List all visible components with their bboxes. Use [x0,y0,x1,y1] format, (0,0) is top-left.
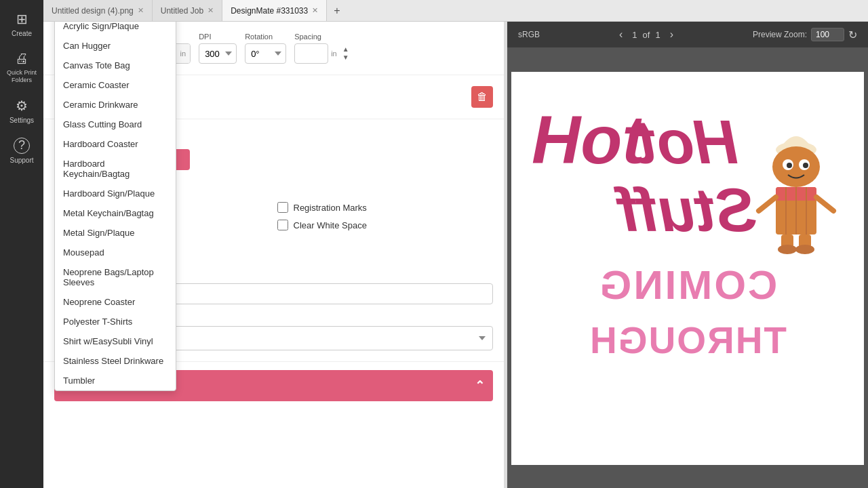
svg-text:Hot: Hot [634,108,738,176]
page-nav: ‹ 1 of 1 › [615,27,677,42]
tab-label: DesignMate #331033 [231,6,308,16]
sidebar-item-label: Settings [9,117,34,124]
tab-designmate[interactable]: DesignMate #331033 ✕ [222,0,327,21]
print-settings-section: Print Settings ! General Job Settings ✓ … [43,119,504,270]
sidebar-item-create[interactable]: ⊞ Create [0,5,43,43]
prev-page-button[interactable]: ‹ [615,27,627,42]
svg-text:COMING: COMING [598,262,778,308]
preset-option-label: Hardboard Coaster [63,139,138,149]
preset-option-polyester[interactable]: Polyester T-Shirts [55,312,176,331]
sidebar-item-support[interactable]: ? Support [0,132,43,169]
preset-option-label: Hardboard Sign/Plaque [63,188,155,199]
rotation-select[interactable]: 0°90°180°270° [245,43,286,64]
preset-option-label: Ceramic Coaster [63,80,130,90]
zoom-label: Preview Zoom: [753,30,807,39]
registration-marks-checkbox[interactable] [277,202,288,213]
rotation-group: Rotation 0°90°180°270° [245,33,286,64]
sidebar-item-settings[interactable]: ⚙ Settings [0,92,43,129]
preset-option-label: Can Hugger [63,41,111,51]
refresh-button[interactable]: ↻ [848,28,857,41]
delete-button[interactable]: 🗑 [471,86,493,108]
preset-option-hardboard-sign[interactable]: Hardboard Sign/Plaque [55,184,176,203]
tab-untitled-job[interactable]: Untitled Job ✕ [153,0,222,21]
tab-close-icon[interactable]: ✕ [208,6,214,15]
sidebar: ⊞ Create 🖨 Quick Print Folders ⚙ Setting… [0,0,43,488]
tab-label: Untitled design (4).png [52,6,134,16]
tab-add-button[interactable]: + [327,5,347,17]
preset-option-label: Acrylic Sign/Plaque [63,22,139,31]
sidebar-item-label: Create [12,30,32,37]
tab-untitled-design[interactable]: Untitled design (4).png ✕ [43,0,153,21]
rotation-label: Rotation [245,33,286,41]
dpi-label: DPI [199,33,237,41]
quick-print-icon: 🖨 [15,51,28,66]
preset-option-label: Neoprene Bags/Laptop Sleeves [63,267,167,287]
preset-option-glass-cutting-board[interactable]: Glass Cutting Board [55,115,176,134]
svg-text:Stuff: Stuff [613,176,756,244]
tab-close-icon[interactable]: ✕ [138,6,144,15]
page-current: 1 [632,30,637,40]
preset-option-label: Neoprene Coaster [63,297,135,307]
registration-marks-label: Registration Marks [294,203,367,213]
sidebar-item-quick-print[interactable]: 🖨 Quick Print Folders [0,45,43,89]
tab-close-icon[interactable]: ✕ [312,6,318,15]
preset-option-metal-keychain[interactable]: Metal Keychain/Bagtag [55,203,176,223]
panel-area: Width 8.5 in 🔗 Height 11 in [43,22,868,488]
preset-option-label: Mousepad [63,247,104,258]
preset-option-label: Canvas Tote Bag [63,60,130,70]
preset-option-label: Stainless Steel Drinkware [63,356,163,366]
height-unit: in [176,44,191,63]
preset-dropdown: ✓ Select a Preset Acrylic Sign/Plaque Ca… [54,22,176,391]
preset-option-ceramic-drinkware[interactable]: Ceramic Drinkware [55,95,176,115]
spacing-input[interactable]: 0.1 [294,43,328,64]
spacing-unit: in [331,49,337,58]
preset-option-label: Metal Sign/Plaque [63,228,135,238]
design-svg: Hot Hot Stuff COMING THROUGH [518,82,857,455]
spacing-label: Spacing [294,33,351,41]
spacing-down-button[interactable]: ▼ [340,54,352,62]
clear-white-space-checkbox[interactable] [277,220,288,230]
preset-option-canvas-tote[interactable]: Canvas Tote Bag [55,56,176,75]
next-page-button[interactable]: › [666,27,677,42]
preset-option-neoprene-bags[interactable]: Neoprene Bags/Laptop Sleeves [55,262,176,292]
chevron-up-icon: ⌃ [475,378,485,393]
clear-white-space-label: Clear White Space [294,220,367,230]
preset-option-neoprene-coaster[interactable]: Neoprene Coaster [55,292,176,312]
tab-bar: Untitled design (4).png ✕ Untitled Job ✕… [43,0,868,22]
preset-option-hardboard-coaster[interactable]: Hardboard Coaster [55,134,176,154]
spacing-group: Spacing 0.1 in ▲ ▼ [294,33,351,64]
main-content: Untitled design (4).png ✕ Untitled Job ✕… [43,0,868,488]
preset-option-stainless[interactable]: Stainless Steel Drinkware [55,351,176,371]
right-panel: sRGB ‹ 1 of 1 › Preview Zoom: 1007550150… [507,22,868,488]
page-total: 1 [655,30,660,40]
preset-option-acrylic[interactable]: Acrylic Sign/Plaque [55,22,176,36]
color-profile: sRGB [518,30,540,39]
preset-option-tumbler[interactable]: Tumbler [55,371,176,390]
svg-line-16 [759,197,776,211]
preset-option-label: Hardboard Keychain/Bagtag [63,159,167,179]
preset-option-ceramic-coaster[interactable]: Ceramic Coaster [55,75,176,95]
settings-icon: ⚙ [16,98,28,114]
svg-point-9 [787,163,792,168]
preset-option-can-hugger[interactable]: Can Hugger [55,36,176,56]
zoom-select[interactable]: 1007550150200 [811,28,844,41]
preset-option-shirt-easysubli[interactable]: Shirt w/EasySubli Vinyl [55,331,176,351]
preset-option-mousepad[interactable]: Mousepad [55,243,176,262]
preset-option-label: Polyester T-Shirts [63,317,132,327]
preset-option-metal-sign[interactable]: Metal Sign/Plaque [55,223,176,243]
dpi-select[interactable]: 30015072 [199,43,237,64]
canvas-area: Hot Hot Stuff COMING THROUGH [507,48,868,488]
svg-text:THROUGH: THROUGH [589,319,787,361]
svg-text:Hot: Hot [532,102,647,178]
svg-line-17 [816,197,833,211]
canvas-preview: Hot Hot Stuff COMING THROUGH [511,72,864,465]
preset-option-label: Tumbler [63,375,95,386]
page-of-label: of [643,30,650,40]
spacing-up-button[interactable]: ▲ [340,45,352,54]
preview-toolbar: sRGB ‹ 1 of 1 › Preview Zoom: 1007550150… [507,22,868,48]
preset-option-hardboard-keychain[interactable]: Hardboard Keychain/Bagtag [55,154,176,184]
spacing-spinners: ▲ ▼ [340,45,352,62]
svg-point-20 [778,245,797,254]
preset-option-label: Glass Cutting Board [63,119,142,129]
preset-option-label: Shirt w/EasySubli Vinyl [63,336,153,346]
